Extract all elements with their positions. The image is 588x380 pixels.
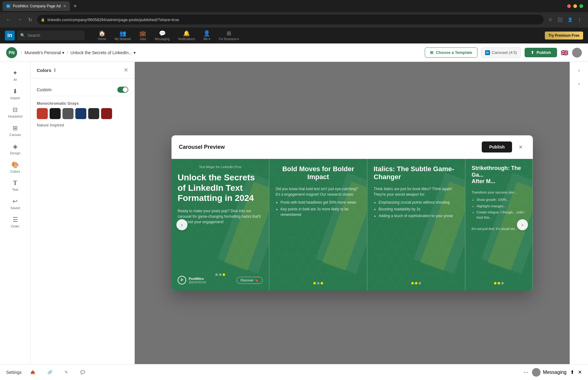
slide-4-dots bbox=[472, 282, 526, 284]
design-icon: ◈ bbox=[13, 143, 17, 150]
color-swatch-gray[interactable] bbox=[62, 108, 74, 119]
bottom-action-comment[interactable]: 💬 bbox=[77, 368, 89, 376]
breadcrumb-personal[interactable]: Muneeb's Personal ▾ bbox=[24, 50, 64, 55]
language-flag[interactable]: 🇬🇧 bbox=[561, 49, 568, 56]
bottom-action-share[interactable]: 📤 bbox=[27, 368, 39, 376]
header-actions: ⊞ Choose a Template in Carousel (4:5) ⬆ … bbox=[425, 47, 582, 58]
li-nav-business[interactable]: ⊞ For Business ▾ bbox=[215, 29, 243, 42]
tab-close-btn[interactable]: ✕ bbox=[63, 4, 66, 8]
menu-btn[interactable]: ⋮ bbox=[576, 16, 583, 23]
maximize-window-btn[interactable] bbox=[579, 4, 583, 8]
li-nav-jobs[interactable]: 💼 Jobs bbox=[136, 29, 150, 42]
close-window-btn[interactable] bbox=[567, 4, 571, 8]
slide3-dot-1-active bbox=[411, 282, 414, 284]
sidebar-item-design[interactable]: ◈ Design bbox=[3, 140, 28, 157]
bottom-right-actions: ⋯ Messaging ⬆ ✕ bbox=[523, 368, 582, 377]
slide4-dot-1-active bbox=[494, 282, 496, 284]
app-container: PN / Muneeb's Personal ▾ / Unlock the Se… bbox=[0, 43, 588, 380]
slide-1-discover-button[interactable]: Discover 🔖 bbox=[236, 277, 263, 284]
toggle-knob bbox=[123, 87, 128, 92]
panel-header: Colors ℹ ✕ bbox=[31, 62, 134, 79]
li-nav-network[interactable]: 👥 My Network bbox=[111, 29, 135, 42]
active-tab[interactable]: in PostNitro: Company Page Ad ✕ bbox=[2, 1, 70, 11]
choose-template-button[interactable]: ⊞ Choose a Template bbox=[425, 47, 477, 58]
comment-icon: 💬 bbox=[80, 370, 85, 374]
bottom-action-edit[interactable]: ✎ bbox=[61, 368, 72, 376]
new-tab-button[interactable]: + bbox=[71, 2, 79, 11]
me-icon: 👤 bbox=[203, 30, 210, 37]
edit-icon: ✎ bbox=[65, 370, 68, 374]
color-swatch-red[interactable] bbox=[37, 108, 48, 119]
minimize-window-btn[interactable] bbox=[573, 4, 577, 8]
slide-3-body: Think Italics are just for book titles? … bbox=[374, 186, 459, 278]
headshot-icon: ⊟ bbox=[13, 106, 18, 113]
panel-title-row: Colors ℹ bbox=[37, 68, 55, 73]
network-icon: 👥 bbox=[119, 30, 126, 37]
url-bar[interactable]: 🔒 linkedin.com/company/96058294/admin/pa… bbox=[37, 15, 544, 24]
carousel-next-button[interactable]: › bbox=[517, 219, 528, 230]
panel-close-button[interactable]: ✕ bbox=[124, 67, 128, 73]
sidebar-item-colors[interactable]: 🎨 Colors bbox=[3, 159, 28, 176]
li-nav-home[interactable]: 🏠 Home bbox=[94, 29, 110, 42]
modal-publish-button[interactable]: Publish bbox=[482, 141, 512, 152]
slide-1-brand-handle: @postnitroai bbox=[189, 280, 206, 284]
modal-close-button[interactable]: × bbox=[516, 142, 526, 152]
sidebar-item-headshot-label: Headshot bbox=[8, 115, 22, 118]
li-nav-messaging[interactable]: 💬 Messaging bbox=[151, 29, 173, 42]
color-swatch-blue[interactable] bbox=[75, 108, 86, 119]
carousel-prev-button[interactable]: ‹ bbox=[176, 219, 187, 230]
text-icon: T bbox=[13, 179, 17, 186]
sidebar-item-colors-label: Colors bbox=[10, 170, 20, 173]
address-bar: ← → ↻ 🔒 linkedin.com/company/96058294/ad… bbox=[0, 12, 588, 27]
color-swatch-dark[interactable] bbox=[88, 108, 99, 119]
user-avatar[interactable] bbox=[572, 48, 582, 58]
modal-actions: Publish × bbox=[482, 141, 526, 152]
sidebar-item-ai[interactable]: ✦ AI bbox=[3, 67, 28, 84]
li-nav-notifications[interactable]: 🔔 Notifications bbox=[175, 29, 198, 42]
breadcrumb-post-label: Unlock the Secrets of LinkedIn... ▾ bbox=[70, 50, 135, 55]
extensions-btn[interactable]: ⬛ bbox=[556, 16, 564, 23]
modal-overlay[interactable]: Carousel Preview Publish × ‹ › bbox=[135, 62, 570, 364]
tab-favicon: in bbox=[6, 4, 10, 8]
sidebar-item-text[interactable]: T Text bbox=[3, 177, 28, 194]
li-nav-me[interactable]: 👤 Me ▾ bbox=[200, 29, 214, 42]
breadcrumb: / Muneeb's Personal ▾ / Unlock the Secre… bbox=[21, 50, 136, 55]
slide3-dot-2-active bbox=[415, 282, 417, 284]
bottom-close-icon[interactable]: ✕ bbox=[578, 369, 582, 375]
header-publish-button[interactable]: ⬆ Publish bbox=[525, 48, 557, 57]
right-panel: ‹ › bbox=[570, 62, 588, 364]
bottom-expand-icon[interactable]: ⬆ bbox=[570, 369, 574, 375]
back-button[interactable]: ← bbox=[5, 16, 12, 24]
forward-button[interactable]: → bbox=[16, 16, 23, 24]
bottom-action-link[interactable]: 🔗 bbox=[44, 368, 56, 376]
sidebar-item-canvas[interactable]: ⊞ Canvas bbox=[3, 122, 28, 139]
slide-4-body: Transform your success stor... Show grow… bbox=[472, 190, 526, 278]
color-swatch-black[interactable] bbox=[50, 108, 61, 119]
custom-toggle[interactable] bbox=[117, 87, 128, 93]
slide-1-brand-name: PostNitro bbox=[189, 277, 206, 280]
colors-icon: 🎨 bbox=[11, 161, 19, 168]
right-panel-next-btn[interactable]: › bbox=[573, 78, 585, 90]
linkedin-search[interactable]: 🔍 Search bbox=[17, 31, 85, 40]
sidebar-item-import[interactable]: ⬇ Import bbox=[3, 85, 28, 102]
sidebar-item-headshot[interactable]: ⊟ Headshot bbox=[3, 103, 28, 121]
more-options-icon[interactable]: ⋯ bbox=[523, 369, 528, 375]
saved-icon: ↩ bbox=[13, 198, 18, 205]
jobs-icon: 💼 bbox=[139, 30, 146, 37]
carousel-slide-2: Bold Moves for Bolder Impact Did you kno… bbox=[270, 159, 368, 291]
sidebar: ✦ AI ⬇ Import ⊟ Headshot ⊞ Canvas ◈ Desi… bbox=[0, 62, 31, 364]
panel-title: Colors bbox=[37, 68, 51, 73]
nature-section-title: Nature Inspired bbox=[37, 123, 128, 127]
info-icon[interactable]: ℹ bbox=[54, 68, 55, 73]
bookmark-btn[interactable]: ☆ bbox=[547, 16, 554, 23]
breadcrumb-post[interactable]: Unlock the Secrets of LinkedIn... ▾ bbox=[70, 50, 135, 55]
modal-header: Carousel Preview Publish × bbox=[172, 135, 533, 159]
sidebar-item-saved[interactable]: ↩ Saved bbox=[3, 195, 28, 212]
bottom-messaging[interactable]: Messaging bbox=[532, 368, 567, 377]
reload-button[interactable]: ↻ bbox=[27, 16, 33, 24]
profile-btn[interactable]: 👤 bbox=[566, 16, 574, 23]
sidebar-item-order[interactable]: ☰ Order bbox=[3, 213, 28, 231]
color-swatch-dark-red[interactable] bbox=[101, 108, 112, 119]
try-premium-button[interactable]: Try Premium Free bbox=[545, 32, 583, 40]
right-panel-prev-btn[interactable]: ‹ bbox=[573, 64, 585, 77]
